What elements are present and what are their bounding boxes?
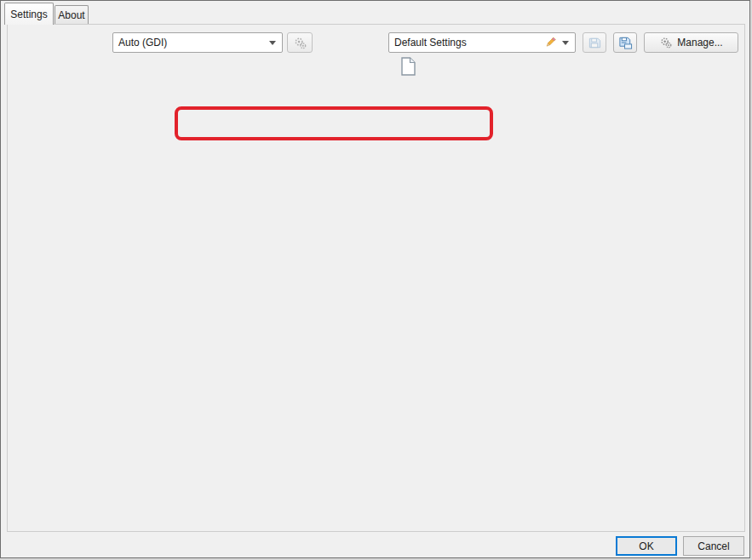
ok-button-label: OK — [639, 540, 653, 552]
tab-settings-label: Settings — [10, 9, 47, 20]
tab-settings[interactable]: Settings — [4, 3, 54, 25]
manage-button-label: Manage... — [677, 37, 722, 49]
cancel-button[interactable]: Cancel — [683, 536, 744, 556]
paper-settings-dialog: Settings About Driver Mode: Auto (GDI) P… — [0, 0, 750, 558]
profile-select[interactable]: Default Settings — [388, 32, 576, 53]
page-icon — [401, 57, 416, 76]
save-profile-as-button[interactable] — [613, 32, 637, 53]
tab-about[interactable]: About — [55, 5, 89, 25]
settings-tab-page — [7, 24, 745, 532]
tab-about-label: About — [58, 9, 84, 21]
pencil-icon — [543, 36, 557, 49]
gears-icon — [659, 36, 673, 49]
driver-mode-value: Auto (GDI) — [113, 37, 269, 49]
save-as-icon — [618, 36, 633, 50]
gears-icon — [293, 36, 307, 50]
chevron-down-icon — [562, 41, 569, 45]
cancel-button-label: Cancel — [697, 540, 729, 552]
manage-profiles-button[interactable]: Manage... — [644, 32, 738, 53]
save-icon — [588, 36, 602, 50]
save-profile-button[interactable] — [583, 32, 606, 53]
chevron-down-icon — [269, 41, 276, 45]
driver-mode-select[interactable]: Auto (GDI) — [112, 32, 283, 53]
profile-value: Default Settings — [389, 37, 543, 49]
ok-button[interactable]: OK — [616, 536, 677, 556]
driver-options-button[interactable] — [287, 32, 313, 53]
